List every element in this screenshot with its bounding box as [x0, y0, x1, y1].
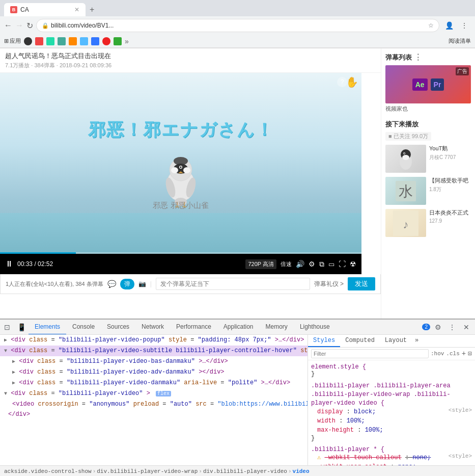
- bm-item3[interactable]: [46, 37, 54, 45]
- quality-btn[interactable]: 720P 高清: [245, 259, 276, 269]
- bc-sep-1: ›: [93, 468, 96, 474]
- bm-item6[interactable]: [80, 37, 88, 45]
- refresh-btn[interactable]: ↻: [26, 21, 33, 31]
- sidebar-thumb-3: ♪: [385, 209, 426, 237]
- bm-item2[interactable]: [35, 37, 43, 45]
- styles-tab-styles[interactable]: Styles: [308, 335, 340, 347]
- danmaku-bar: 1人正在看(全站<10人在看), 384 条弹幕 💬 弹 📷 | 弹幕礼仪 > …: [0, 274, 381, 294]
- bm-item7[interactable]: [91, 37, 99, 45]
- profile-icon[interactable]: 👤: [442, 19, 456, 32]
- help-btn[interactable]: ?: [337, 77, 347, 87]
- filter-copy-btn[interactable]: ⊡: [468, 350, 472, 358]
- dom-tag-1: <div: [11, 336, 29, 343]
- danmaku-input[interactable]: [156, 278, 310, 290]
- styles-tabs: Styles Computed Layout »: [308, 335, 475, 348]
- prop-val-display: block;: [354, 408, 376, 415]
- send-btn[interactable]: 发送: [348, 277, 375, 290]
- video-player[interactable]: 邪恶！邪エナガさん！: [0, 73, 361, 274]
- sidebar-video-card-3[interactable]: ♪ 日本炎炎不正式 127.9: [385, 209, 471, 237]
- danmaku-icon2[interactable]: 📷: [138, 280, 146, 287]
- danmaku-list-menu[interactable]: ⋮: [414, 52, 422, 62]
- forward-btn[interactable]: →: [15, 21, 23, 30]
- sidebar-video-card-1[interactable]: YouT鹅 月桉C 7707: [385, 145, 471, 173]
- bookmark-btn[interactable]: ☆: [428, 22, 434, 29]
- dom-line-8[interactable]: </div>: [0, 409, 308, 419]
- filter-hov-btn[interactable]: :hov: [431, 351, 444, 357]
- dom-line-2-highlighted[interactable]: ▼ <div class = "bilibili-player-video-su…: [0, 346, 308, 356]
- filter-add-btn[interactable]: +: [462, 350, 466, 358]
- dom-line-1[interactable]: ▶ <div class = "bilibili-player-video-po…: [0, 335, 308, 346]
- play-pause-btn[interactable]: ⏸: [5, 259, 13, 269]
- tab-application[interactable]: Application: [217, 320, 260, 335]
- pip-btn[interactable]: ⧉: [319, 260, 324, 269]
- sidebar-thumb-2: 水: [385, 177, 426, 205]
- danmaku-list-title: 弹幕列表 ⋮: [385, 48, 471, 65]
- style-close-bilibili: }: [311, 435, 472, 442]
- gift-btn[interactable]: 弹幕礼仪 >: [314, 280, 344, 288]
- danmaku-count: 1人正在看(全站<10人在看), 384 条弹幕: [6, 280, 103, 288]
- bm-more[interactable]: »: [125, 37, 129, 45]
- styles-tab-layout[interactable]: Layout: [380, 335, 412, 347]
- bm-apps[interactable]: ⊞ 应用: [4, 37, 21, 45]
- filter-cls-btn[interactable]: .cls: [446, 351, 459, 357]
- browser-tab[interactable]: B CA ✕: [4, 3, 86, 16]
- tab-sources[interactable]: Sources: [101, 320, 135, 335]
- tab-performance[interactable]: Performance: [170, 320, 217, 335]
- devtools-more-btn[interactable]: ⋮: [445, 321, 459, 334]
- notification-badge[interactable]: 2: [422, 324, 430, 330]
- svg-text:水: 水: [399, 183, 413, 199]
- bm-item9[interactable]: [114, 37, 122, 45]
- sidebar-ad-card[interactable]: Ae Pr 广告 视频家也: [385, 65, 471, 113]
- address-bar[interactable]: 🔒 bilibili.com/video/BV1... ☆: [36, 19, 439, 32]
- devtools-device-btn[interactable]: 📱: [14, 320, 29, 334]
- tab-lighthouse[interactable]: Lighthouse: [294, 320, 336, 335]
- styles-tab-more[interactable]: »: [412, 335, 422, 347]
- sidebar-ad-thumb: Ae Pr 广告: [385, 65, 471, 103]
- bc-item-2[interactable]: div.bilibili-player-video-wrap: [97, 468, 198, 474]
- settings-icon[interactable]: ⋮: [458, 19, 471, 32]
- styles-tab-computed[interactable]: Computed: [340, 335, 380, 347]
- dom-line-5[interactable]: ▶ <div class = "bilibili-player-video-da…: [0, 378, 308, 388]
- bm-item5[interactable]: [69, 37, 77, 45]
- devtools-inspect-btn[interactable]: ⊡: [0, 320, 14, 334]
- bm-gh[interactable]: [24, 37, 32, 45]
- style-source-bilibili: <style>: [449, 407, 472, 413]
- danmaku-toggle[interactable]: 弹: [120, 279, 134, 289]
- devtools-body: ▶ <div class = "bilibili-player-video-po…: [0, 335, 475, 465]
- new-tab-btn[interactable]: +: [86, 5, 98, 14]
- sidebar-video-card-2[interactable]: 水 【阿感受歌手吧 1.8万: [385, 177, 471, 205]
- dom-line-7[interactable]: <video crossorigin = "anonymous" preload…: [0, 399, 308, 409]
- bc-item-3[interactable]: div.bilibili-player-video: [203, 468, 287, 474]
- bc-item-4[interactable]: video: [293, 468, 310, 474]
- sidebar-card-sub-1: 月桉C 7707: [429, 154, 456, 161]
- devtools-settings-btn[interactable]: ⚙: [431, 321, 444, 334]
- devtools-close-btn[interactable]: ✕: [460, 321, 473, 334]
- tab-favicon: B: [10, 6, 17, 13]
- cinema-btn[interactable]: ▭: [328, 260, 334, 268]
- page-main: 超人气民谣鸟！恶鸟正式目击出现在 7.1万播放 · 384弹幕 · 2018-0…: [0, 48, 475, 319]
- settings-btn[interactable]: ⚙: [309, 260, 315, 268]
- bm-item8[interactable]: [102, 37, 110, 45]
- bm-item4[interactable]: [58, 37, 66, 45]
- tab-close[interactable]: ✕: [74, 6, 79, 13]
- style-prop-maxheight: max-height : 100%;: [311, 426, 472, 435]
- sidebar-card-info-3: 日本炎炎不正式 127.9: [429, 209, 468, 237]
- tab-memory[interactable]: Memory: [260, 320, 294, 335]
- bc-item-1[interactable]: ackside.video-control-show: [4, 468, 92, 474]
- tab-elements[interactable]: Elements: [29, 320, 66, 335]
- dom-line-4[interactable]: ▶ <div class = "bilibili-player-video-ad…: [0, 367, 308, 378]
- danmaku-settings-btn[interactable]: ☢: [350, 260, 356, 268]
- tab-console[interactable]: Console: [66, 320, 101, 335]
- styles-filter-input[interactable]: [311, 349, 429, 358]
- sidebar-card-title: 视频家也: [385, 105, 471, 113]
- fullscreen-btn[interactable]: ⛶: [339, 260, 346, 268]
- styles-filter-bar: :hov .cls + ⊡: [308, 348, 475, 360]
- dom-line-6[interactable]: ▼ <div class = "bilibili-player-video" >…: [0, 388, 308, 399]
- bm-reader[interactable]: 阅读清单: [449, 37, 471, 45]
- volume-btn[interactable]: 🔊: [296, 260, 304, 268]
- devtools-right-btns: 2 ⚙ ⋮ ✕: [422, 321, 475, 334]
- dom-line-3[interactable]: ▶ <div class = "bilibili-player-video-ba…: [0, 356, 308, 367]
- back-btn[interactable]: ←: [4, 21, 12, 30]
- speed-btn[interactable]: 倍速: [281, 260, 292, 268]
- tab-network[interactable]: Network: [135, 320, 170, 335]
